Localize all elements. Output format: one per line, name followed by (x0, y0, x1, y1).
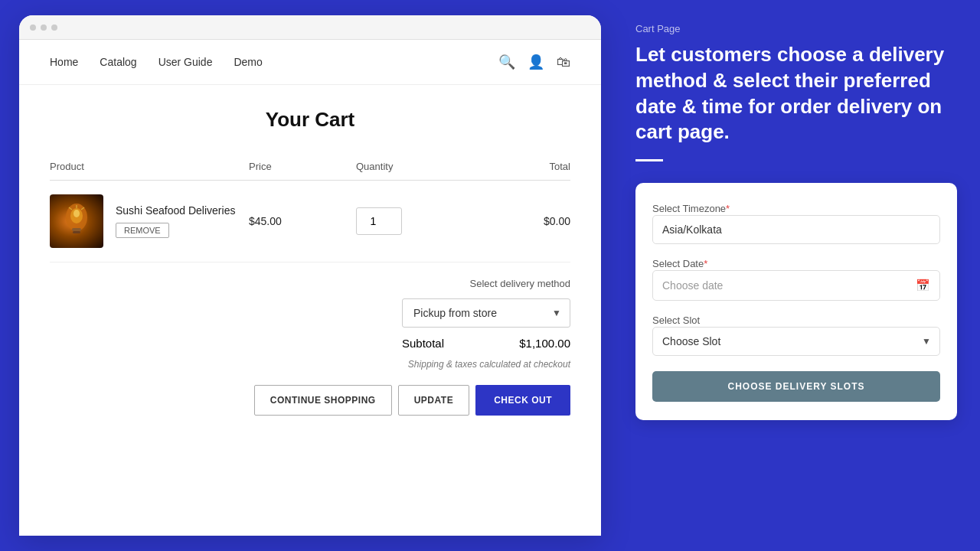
nav-user-guide[interactable]: User Guide (158, 56, 213, 68)
col-total: Total (479, 161, 570, 172)
date-label: Select Date* (652, 258, 707, 269)
nav-links: Home Catalog User Guide Demo (50, 56, 498, 68)
quantity-cell (356, 207, 479, 235)
date-placeholder: Choose date (662, 279, 723, 292)
delivery-method-select[interactable]: Pickup from store Home Delivery Express … (402, 298, 570, 328)
nav-catalog[interactable]: Catalog (100, 56, 136, 68)
col-price: Price (249, 161, 356, 172)
subtotal-row: Subtotal $1,100.00 (402, 337, 570, 350)
col-product: Product (50, 161, 249, 172)
cart-icon[interactable]: 🛍 (557, 54, 570, 70)
delivery-card: Select Timezone* Select Date* Choose dat… (635, 183, 957, 420)
timezone-required-marker: * (726, 203, 730, 214)
subtotal-label: Subtotal (402, 337, 444, 350)
shipping-note: Shipping & taxes calculated at checkout (408, 359, 570, 370)
cart-table-header: Product Price Quantity Total (50, 153, 570, 181)
sidebar-cart-page-label: Cart Page (635, 23, 957, 34)
delivery-method-label: Select delivery method (469, 278, 570, 289)
choose-delivery-slots-button[interactable]: CHOOSE DELIVERY SLOTS (652, 371, 940, 402)
table-row: Sushi Seafood Deliveries REMOVE $45.00 $… (50, 181, 570, 262)
product-info: Sushi Seafood Deliveries REMOVE (116, 204, 235, 238)
date-required-marker: * (704, 258, 707, 269)
product-thumbnail (61, 202, 92, 240)
calendar-icon: 📅 (916, 279, 930, 292)
product-cell: Sushi Seafood Deliveries REMOVE (50, 194, 249, 248)
browser-card: Home Catalog User Guide Demo 🔍 👤 🛍 Your … (19, 15, 601, 536)
timezone-label: Select Timezone* (652, 203, 730, 214)
checkout-button[interactable]: CHECK OUT (475, 385, 570, 416)
continue-shopping-button[interactable]: CONTINUE SHOPPING (254, 385, 392, 416)
right-panel: Cart Page Let customers choose a deliver… (620, 0, 980, 551)
quantity-input[interactable] (356, 207, 402, 235)
subtotal-value: $1,100.00 (519, 337, 570, 350)
cart-title: Your Cart (50, 108, 570, 132)
sidebar-headline: Let customers choose a delivery method &… (635, 42, 957, 145)
remove-button[interactable]: REMOVE (116, 223, 169, 238)
navigation: Home Catalog User Guide Demo 🔍 👤 🛍 (19, 40, 601, 85)
date-input-wrapper[interactable]: Choose date 📅 (652, 270, 940, 301)
timezone-input[interactable] (652, 215, 940, 244)
svg-rect-3 (72, 228, 81, 231)
slot-select-wrapper: Choose Slot Morning Afternoon Evening ▼ (652, 327, 940, 356)
browser-dot-2 (41, 24, 47, 31)
sidebar-text: Cart Page Let customers choose a deliver… (635, 23, 957, 183)
browser-dot-1 (30, 24, 36, 31)
delivery-section: Select delivery method Pickup from store… (50, 278, 570, 370)
update-button[interactable]: UPDATE (398, 385, 469, 416)
delivery-select-wrapper: Pickup from store Home Delivery Express … (402, 298, 570, 328)
price-cell: $45.00 (249, 215, 356, 227)
slot-select[interactable]: Choose Slot Morning Afternoon Evening (652, 327, 940, 356)
nav-demo[interactable]: Demo (234, 56, 262, 68)
product-image-inner (50, 194, 103, 248)
col-quantity: Quantity (356, 161, 479, 172)
nav-icons: 🔍 👤 🛍 (498, 54, 570, 70)
left-panel: Home Catalog User Guide Demo 🔍 👤 🛍 Your … (0, 0, 620, 551)
svg-rect-4 (73, 231, 80, 233)
browser-bar (19, 15, 601, 40)
product-image (50, 194, 103, 248)
user-icon[interactable]: 👤 (528, 54, 544, 70)
action-buttons: CONTINUE SHOPPING UPDATE CHECK OUT (50, 385, 570, 416)
nav-home[interactable]: Home (50, 56, 78, 68)
slot-label: Select Slot (652, 315, 700, 326)
svg-point-2 (74, 210, 80, 217)
search-icon[interactable]: 🔍 (498, 54, 515, 70)
sidebar-divider (635, 159, 663, 161)
cart-content: Your Cart Product Price Quantity Total (19, 85, 601, 431)
product-name: Sushi Seafood Deliveries (116, 204, 235, 217)
total-cell: $0.00 (479, 215, 570, 227)
browser-dot-3 (51, 24, 57, 31)
